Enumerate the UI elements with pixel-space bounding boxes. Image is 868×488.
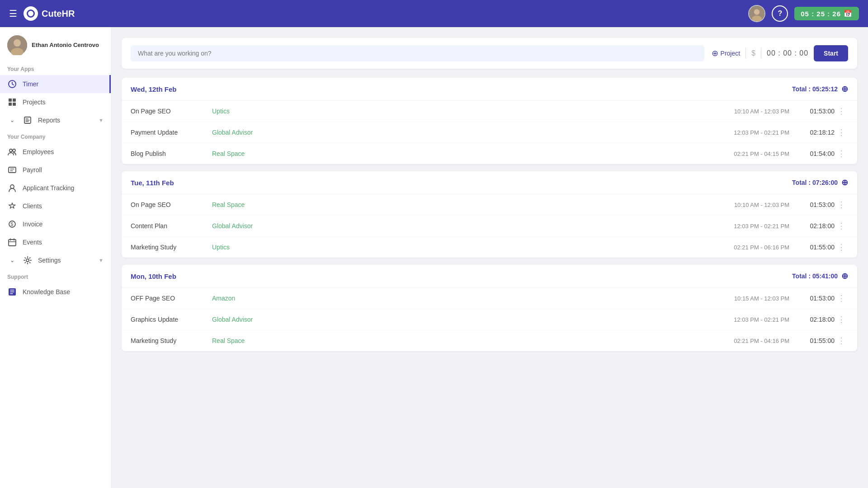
- sidebar-item-projects[interactable]: Projects: [0, 93, 111, 111]
- entry-duration: 01:53:00: [789, 201, 835, 208]
- entry-client[interactable]: Global Advisor: [212, 129, 708, 136]
- time-counter-display: 00 : 00 : 00: [767, 49, 808, 57]
- more-options-button[interactable]: ⋮: [835, 106, 848, 116]
- entry-time: 12:03 PM - 02:21 PM: [708, 316, 789, 323]
- entry-duration: 02:18:00: [789, 222, 835, 230]
- more-options-button[interactable]: ⋮: [835, 293, 848, 303]
- day-total-0: Total : 05:25:12 ⊕: [792, 84, 848, 94]
- day-title-2: Mon, 10th Feb: [131, 272, 176, 280]
- entry-task: Payment Update: [131, 129, 212, 136]
- help-button[interactable]: ?: [772, 5, 788, 22]
- knowledge-base-icon: [7, 287, 17, 296]
- sidebar-item-invoice-label: Invoice: [23, 221, 42, 228]
- reports-chevron: ▼: [99, 117, 104, 123]
- entry-client[interactable]: Uptics: [212, 108, 708, 115]
- entry-client[interactable]: Uptics: [212, 244, 708, 251]
- events-icon: [7, 238, 17, 247]
- logo-inner-circle: [27, 9, 35, 18]
- add-project-button[interactable]: ⊕ Project: [712, 48, 741, 58]
- table-row: Graphics Update Global Advisor 12:03 PM …: [122, 309, 857, 330]
- day-header-0: Wed, 12th Feb Total : 05:25:12 ⊕: [122, 78, 857, 101]
- entry-client[interactable]: Real Space: [212, 150, 708, 157]
- sidebar: Ethan Antonio Centrovo Your Apps Timer: [0, 27, 111, 488]
- svg-point-13: [13, 149, 15, 152]
- sidebar-item-timer-label: Timer: [23, 80, 38, 88]
- topbar-right: ? 05 : 25 : 26 📅: [748, 5, 859, 22]
- timer-icon: 📅: [844, 9, 853, 18]
- dollar-icon[interactable]: $: [751, 49, 755, 57]
- section-label-your-apps: Your Apps: [0, 61, 111, 75]
- topbar: ☰ CuteHR ? 05 : 25 : 26 📅: [0, 0, 868, 27]
- entry-client[interactable]: Global Advisor: [212, 222, 708, 230]
- svg-point-12: [9, 149, 12, 152]
- day-section-2: Mon, 10th Feb Total : 05:41:00 ⊕ OFF Pag…: [122, 265, 857, 351]
- sidebar-item-clients[interactable]: Clients: [0, 197, 111, 215]
- svg-point-2: [752, 15, 762, 22]
- add-entry-button-2[interactable]: ⊕: [841, 271, 848, 281]
- table-row: Marketing Study Real Space 02:21 PM - 04…: [122, 330, 857, 351]
- sidebar-item-employees-label: Employees: [23, 148, 54, 155]
- sidebar-item-reports-label: Reports: [38, 117, 60, 124]
- entry-task: Marketing Study: [131, 337, 212, 344]
- sidebar-item-payroll-label: Payroll: [23, 166, 42, 174]
- topbar-left: ☰ CuteHR: [9, 6, 75, 21]
- entry-time: 10:15 AM - 12:03 PM: [708, 295, 789, 302]
- entry-duration: 01:54:00: [789, 150, 835, 157]
- task-input[interactable]: [131, 45, 704, 61]
- app-logo: CuteHR: [24, 6, 75, 21]
- main-layout: Ethan Antonio Centrovo Your Apps Timer: [0, 27, 868, 488]
- entry-duration: 02:18:00: [789, 316, 835, 323]
- entry-task: Blog Publish: [131, 150, 212, 157]
- sidebar-item-employees[interactable]: Employees: [0, 143, 111, 161]
- reports-icon: [23, 116, 33, 125]
- entry-duration: 02:18:12: [789, 129, 835, 136]
- svg-rect-18: [9, 239, 16, 246]
- more-options-button[interactable]: ⋮: [835, 149, 848, 159]
- more-options-button[interactable]: ⋮: [835, 221, 848, 231]
- sidebar-item-settings[interactable]: ⌄ Settings ▼: [0, 251, 111, 269]
- entry-client[interactable]: Real Space: [212, 337, 708, 344]
- chevron-down-icon: ⌄: [7, 117, 17, 123]
- more-options-button[interactable]: ⋮: [835, 314, 848, 324]
- logo-icon: [24, 6, 38, 21]
- app-name: CuteHR: [42, 9, 75, 19]
- more-options-button[interactable]: ⋮: [835, 242, 848, 252]
- entry-client[interactable]: Amazon: [212, 295, 708, 302]
- sidebar-item-invoice[interactable]: $ Invoice: [0, 215, 111, 233]
- sidebar-item-reports[interactable]: ⌄ Reports ▼: [0, 111, 111, 129]
- menu-icon[interactable]: ☰: [9, 8, 17, 19]
- entry-time: 02:21 PM - 06:16 PM: [708, 244, 789, 251]
- timer-display: 05 : 25 : 26: [801, 10, 841, 18]
- svg-rect-7: [9, 99, 12, 102]
- sidebar-item-applicant-tracking-label: Applicant Tracking: [23, 184, 74, 192]
- entry-client[interactable]: Real Space: [212, 201, 708, 208]
- sidebar-item-applicant-tracking[interactable]: Applicant Tracking: [0, 179, 111, 197]
- entry-duration: 01:53:00: [789, 295, 835, 302]
- avatar-image: [749, 6, 764, 21]
- entry-duration: 01:55:00: [789, 244, 835, 251]
- svg-rect-9: [9, 103, 12, 106]
- divider2: [761, 48, 761, 59]
- table-row: On Page SEO Uptics 10:10 AM - 12:03 PM 0…: [122, 101, 857, 122]
- payroll-icon: [7, 165, 17, 174]
- more-options-button[interactable]: ⋮: [835, 336, 848, 346]
- sidebar-item-knowledge-base[interactable]: Knowledge Base: [0, 283, 111, 301]
- add-entry-button-0[interactable]: ⊕: [841, 84, 848, 94]
- entry-task: On Page SEO: [131, 201, 212, 208]
- more-options-button[interactable]: ⋮: [835, 200, 848, 210]
- svg-rect-8: [13, 99, 16, 102]
- start-button[interactable]: Start: [814, 45, 848, 61]
- day-total-1: Total : 07:26:00 ⊕: [792, 178, 848, 188]
- sidebar-item-projects-label: Projects: [23, 99, 46, 106]
- sidebar-item-payroll[interactable]: Payroll: [0, 161, 111, 179]
- svg-point-15: [10, 185, 14, 188]
- day-title-0: Wed, 12th Feb: [131, 85, 176, 93]
- entry-task: OFF Page SEO: [131, 295, 212, 302]
- more-options-button[interactable]: ⋮: [835, 127, 848, 137]
- project-label: Project: [721, 50, 741, 57]
- sidebar-item-events[interactable]: Events: [0, 233, 111, 251]
- add-entry-button-1[interactable]: ⊕: [841, 178, 848, 188]
- user-avatar[interactable]: [748, 5, 765, 22]
- entry-client[interactable]: Global Advisor: [212, 316, 708, 323]
- sidebar-item-timer[interactable]: Timer: [0, 75, 111, 93]
